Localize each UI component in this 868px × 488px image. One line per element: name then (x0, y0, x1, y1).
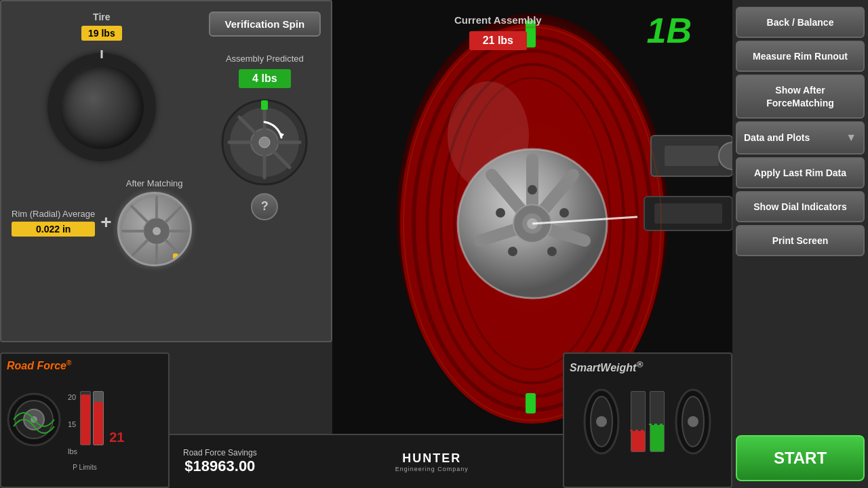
road-force-title: Road Force® (7, 359, 163, 372)
print-screen-button[interactable]: Print Screen (736, 225, 865, 256)
svg-line-8 (166, 241, 182, 256)
gauge-mark-20: 20 (68, 391, 76, 405)
gauge-mark-15: 15 (68, 418, 76, 432)
svg-point-42 (547, 247, 557, 256)
svg-line-10 (132, 241, 147, 256)
after-matching-wheel-svg (220, 98, 309, 186)
svg-rect-49 (665, 146, 719, 166)
smartweight-tire-left (583, 388, 620, 455)
tire-value-badge: 19 lbs (81, 26, 122, 41)
current-assembly-label: Current Assembly (454, 14, 542, 27)
assembly-predicted-section: Assembly Predicted 4 lbs (209, 54, 321, 88)
sw-red-bar (631, 431, 645, 452)
top-left-panel: Tire 19 lbs Rim (Radial) Average 0.022 i… (0, 0, 332, 342)
svg-point-64 (688, 416, 698, 427)
assembly-predicted-value: 4 lbs (239, 69, 290, 88)
tire-circle (47, 53, 156, 161)
road-force-content: 20 15 21 lbs (7, 375, 163, 464)
svg-rect-21 (261, 100, 268, 110)
sw-green-dashed-line (649, 424, 665, 425)
hunter-logo: HUNTER Engineering Company (395, 451, 469, 472)
after-matching-label: After Matching (117, 178, 192, 188)
gauge-bar-2 (93, 391, 104, 445)
verification-spin-button[interactable]: Verification Spin (209, 12, 321, 37)
svg-line-7 (132, 206, 147, 222)
road-force-tire-icon (7, 392, 61, 447)
apply-last-rim-data-button[interactable]: Apply Last Rim Data (736, 157, 865, 188)
show-dial-indicators-button[interactable]: Show Dial Indicators (736, 191, 865, 222)
right-panel: Back / Balance Measure Rim Runout Show A… (732, 0, 868, 488)
svg-rect-47 (526, 393, 536, 413)
svg-point-61 (596, 416, 607, 427)
tire-marker (100, 50, 102, 58)
data-and-plots-label: Data and Plots (744, 131, 810, 144)
svg-rect-52 (654, 203, 722, 224)
after-matching-wheel-section: ? (209, 98, 321, 220)
road-force-panel: Road Force® (0, 352, 170, 488)
measure-rim-runout-button[interactable]: Measure Rim Runout (736, 41, 865, 72)
gauge-bar-1 (80, 391, 91, 445)
road-force-savings-value: $18963.00 (183, 458, 257, 475)
svg-point-40 (528, 185, 537, 195)
assembly-predicted-label: Assembly Predicted (209, 54, 321, 65)
svg-point-2 (153, 227, 161, 235)
dropdown-arrow-icon: ▼ (846, 131, 856, 145)
svg-line-9 (166, 206, 182, 222)
road-force-savings: Road Force Savings $18963.00 (183, 448, 257, 475)
smartweight-panel: SmartWeight® (563, 352, 732, 488)
tire-label: Tire (93, 12, 110, 22)
back-balance-button[interactable]: Back / Balance (736, 7, 865, 38)
data-and-plots-button[interactable]: Data and Plots ▼ (736, 121, 865, 155)
tire-section: Tire 19 lbs Rim (Radial) Average 0.022 i… (12, 12, 192, 266)
plus-icon: + (100, 211, 111, 233)
rim-spokes-svg (119, 194, 192, 266)
hunter-name: HUNTER (395, 451, 469, 466)
gauge-fill-1 (81, 394, 90, 445)
small-rim-wheel (117, 192, 192, 266)
p-limits-label: P Limits (7, 464, 163, 471)
sw-green-bar (650, 425, 664, 452)
hunter-sub: Engineering Company (395, 466, 469, 472)
gauge-fill-2 (94, 402, 103, 444)
smartweight-tire-right (675, 388, 712, 455)
svg-point-43 (508, 247, 517, 256)
rim-label: Rim (Radial) Average (12, 209, 95, 219)
current-assembly-value: 21 lbs (469, 31, 527, 50)
sw-red-dashed-line (630, 430, 646, 431)
road-force-savings-label: Road Force Savings (183, 448, 257, 458)
start-button[interactable]: START (736, 435, 865, 481)
svg-point-41 (559, 208, 569, 218)
smartweight-content (570, 381, 726, 462)
smartweight-title: SmartWeight® (570, 359, 726, 374)
gauge-unit: lbs (68, 447, 125, 455)
rim-value-badge: 0.022 in (12, 222, 95, 237)
gauge-value: 21 (109, 430, 124, 445)
svg-point-14 (259, 137, 270, 148)
svg-point-44 (496, 208, 505, 218)
question-mark-button[interactable]: ? (251, 193, 278, 220)
main-container: Tire 19 lbs Rim (Radial) Average 0.022 i… (0, 0, 868, 488)
show-after-force-matching-button[interactable]: Show After ForceMatching (736, 75, 865, 118)
assembly-number: 1B (647, 10, 692, 51)
